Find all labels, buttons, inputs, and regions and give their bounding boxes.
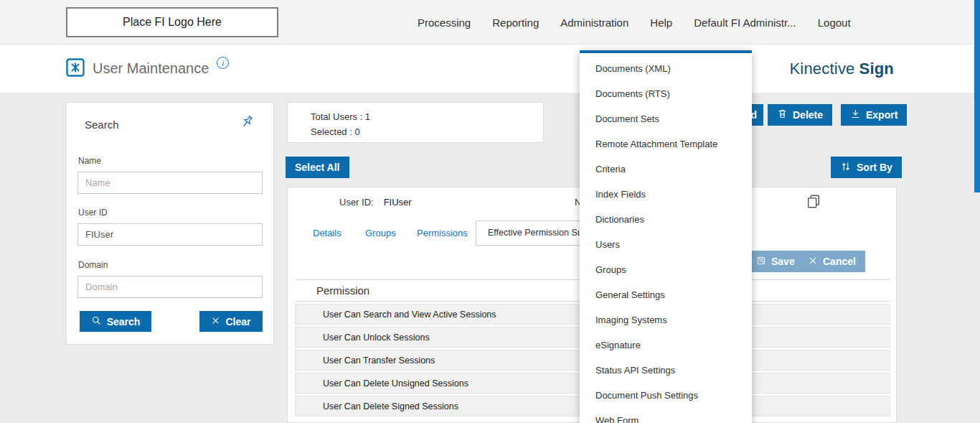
- pin-icon[interactable]: [240, 114, 255, 132]
- user-id-label: User ID:: [339, 197, 374, 208]
- admin-menu-item[interactable]: Documents (RTS): [580, 81, 752, 106]
- admin-menu-item[interactable]: Web Form: [580, 408, 752, 423]
- search-panel-title: Search: [85, 118, 119, 131]
- sort-by-button[interactable]: Sort By: [831, 157, 902, 178]
- name-label: Name: [78, 156, 101, 166]
- admin-menu-item[interactable]: Criteria: [580, 157, 752, 182]
- admin-menu-item[interactable]: Documents (XML): [580, 56, 752, 81]
- copy-icon[interactable]: [806, 193, 821, 212]
- admin-menu-item[interactable]: Index Fields: [580, 182, 752, 207]
- top-nav-item[interactable]: Logout: [818, 17, 851, 29]
- brand-bold: Sign: [859, 60, 894, 78]
- tab-groups[interactable]: Groups: [365, 228, 396, 238]
- trash-icon: [777, 108, 788, 121]
- brand-regular: Kinective: [789, 60, 854, 78]
- brand-logo: Kinective Sign: [789, 45, 894, 93]
- user-id-label: User ID: [78, 208, 108, 218]
- user-id-input[interactable]: [77, 223, 263, 246]
- tab-permissions[interactable]: Permissions: [417, 228, 468, 238]
- download-icon: [850, 108, 861, 121]
- admin-menu-item[interactable]: Dictionaries: [580, 207, 752, 232]
- cancel-button[interactable]: Cancel: [798, 251, 865, 272]
- save-icon: [756, 256, 766, 268]
- page-title: User Maintenance: [93, 60, 209, 77]
- page-title-group: User Maintenance i: [66, 45, 229, 93]
- user-maintenance-icon: [66, 58, 85, 80]
- close-icon: [808, 256, 818, 268]
- top-nav-item[interactable]: Processing: [418, 17, 471, 29]
- search-panel: Search Name User ID Domain Search Clear: [66, 102, 274, 345]
- clear-button[interactable]: Clear: [199, 311, 263, 332]
- summary-panel: Total Users : 1 Selected : 0: [287, 102, 544, 143]
- name-input[interactable]: [77, 172, 263, 194]
- admin-menu-item[interactable]: General Settings: [580, 282, 752, 307]
- admin-menu-item[interactable]: Groups: [580, 257, 752, 282]
- delete-button[interactable]: Delete: [768, 104, 832, 126]
- export-button[interactable]: Export: [841, 104, 907, 126]
- admin-menu-item[interactable]: Users: [580, 232, 752, 257]
- search-icon: [91, 315, 102, 328]
- close-icon: [211, 316, 220, 327]
- top-nav-item[interactable]: Help: [650, 17, 672, 29]
- top-nav-item[interactable]: Default FI Administr...: [694, 17, 796, 29]
- user-id-row: User ID:FIUser: [339, 197, 412, 208]
- save-button[interactable]: Save: [747, 251, 804, 272]
- app-window: Place FI Logo Here ProcessingReportingAd…: [0, 0, 980, 423]
- admin-menu-item[interactable]: Document Sets: [580, 106, 752, 131]
- total-users-text: Total Users : 1: [311, 109, 543, 124]
- tab-details[interactable]: Details: [313, 228, 341, 238]
- top-bar: Place FI Logo Here ProcessingReportingAd…: [0, 0, 980, 45]
- admin-menu-item[interactable]: Status API Settings: [580, 358, 752, 383]
- scrollbar-thumb[interactable]: [974, 0, 980, 192]
- sort-icon: [840, 161, 852, 175]
- selected-count-text: Selected : 0: [311, 124, 543, 139]
- admin-menu-item[interactable]: Imaging Systems: [580, 307, 752, 333]
- user-id-value: FIUser: [384, 197, 412, 208]
- top-nav: ProcessingReportingAdministrationHelpDef…: [418, 0, 851, 45]
- page-header: User Maintenance i Kinective Sign: [0, 45, 980, 93]
- search-button[interactable]: Search: [80, 311, 151, 332]
- admin-menu-item[interactable]: Remote Attachment Template: [580, 131, 752, 157]
- admin-menu-item[interactable]: eSignature: [580, 333, 752, 358]
- select-all-button[interactable]: Select All: [286, 157, 349, 178]
- top-nav-item[interactable]: Reporting: [492, 17, 539, 29]
- fi-logo-placeholder: Place FI Logo Here: [66, 7, 278, 37]
- info-icon[interactable]: i: [217, 57, 229, 69]
- domain-input[interactable]: [77, 276, 263, 298]
- domain-label: Domain: [78, 260, 108, 270]
- admin-dropdown-menu: Documents (XML)Documents (RTS)Document S…: [580, 50, 752, 423]
- top-nav-item[interactable]: Administration: [560, 17, 628, 29]
- admin-menu-item[interactable]: Document Push Settings: [580, 383, 752, 408]
